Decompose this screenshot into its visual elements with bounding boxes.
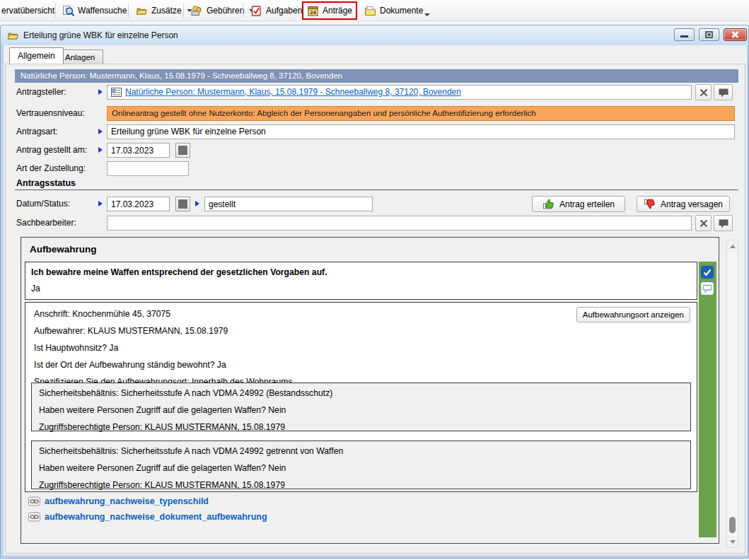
main-toolbar: ervatübersicht Waffensuche Zusätze <box>0 0 749 21</box>
datum-status-label: Datum/Status: <box>16 197 70 211</box>
antrag-gestellt-am-label: Antrag gestellt am: <box>16 143 87 158</box>
minimize-icon <box>680 32 689 38</box>
thumbs-up-icon <box>542 198 555 210</box>
restore-icon <box>705 31 713 38</box>
toolbar-item-reservatuebersicht[interactable]: ervatübersicht <box>0 1 57 20</box>
storage-approved-checkbox[interactable] <box>701 266 714 279</box>
documents-folder-icon <box>364 5 376 17</box>
storage-status-bar <box>699 262 716 537</box>
person-card-icon <box>111 88 122 97</box>
sachbearbeiter-input[interactable] <box>107 216 692 231</box>
application-screen: ervatübersicht Waffensuche Zusätze <box>0 0 749 560</box>
antragsteller-comment-button[interactable] <box>714 84 733 100</box>
antrag-erteilen-button[interactable]: Antrag erteilen <box>532 196 625 212</box>
status-date-picker-button[interactable] <box>175 197 190 211</box>
security-line: Haben weitere Personen Zugriff auf die g… <box>39 405 286 415</box>
art-der-zustellung-label: Art der Zustellung: <box>16 161 86 176</box>
comment-icon <box>718 88 729 98</box>
task-check-icon <box>250 5 262 17</box>
toolbar-item-aufgaben[interactable]: Aufgaben <box>248 1 305 20</box>
security-line: Sicherheitsbehältnis: Sicherheitsstufe A… <box>39 446 343 456</box>
storage-question: Ich bewahre meine Waffen entsprechend de… <box>31 267 327 277</box>
storage-details-box: Anschrift: Knochenmühle 45, 37075 Aufbew… <box>25 302 697 492</box>
fees-coins-icon <box>191 5 203 17</box>
search-icon <box>62 5 74 17</box>
window-body: Allgemein Anlagen Natürliche Person: Mus… <box>4 45 747 555</box>
storage-question-box: Ich bewahre meine Waffen entsprechend de… <box>25 262 697 300</box>
antrag-versagen-button[interactable]: Antrag versagen <box>637 196 730 212</box>
antragsteller-field[interactable]: Natürliche Person: Mustermann, Klaus, 15… <box>107 85 692 100</box>
scroll-down-button[interactable] <box>727 536 738 547</box>
close-button[interactable] <box>724 28 747 41</box>
antragsstatus-heading: Antragsstatus <box>16 178 76 188</box>
date-picker-button[interactable] <box>175 143 190 158</box>
tab-label: Anlagen <box>65 53 95 62</box>
toolbar-label: Zusätze <box>151 6 182 16</box>
toolbar-overflow-button[interactable] <box>420 6 433 24</box>
toolbar-label: ervatübersicht <box>1 6 54 16</box>
sachbearbeiter-label: Sachbearbeiter: <box>16 216 76 231</box>
comment-icon <box>718 218 729 228</box>
art-der-zustellung-input[interactable] <box>107 161 189 176</box>
svg-text:24: 24 <box>310 9 316 16</box>
antragsart-field[interactable]: Erteilung grüne WBK für einzelne Person <box>107 124 735 139</box>
section-divider <box>15 189 738 190</box>
security-line: Sicherheitsbehältnis: Sicherheitsstufe A… <box>39 388 332 398</box>
required-arrow-icon <box>98 147 103 153</box>
status-input[interactable] <box>204 197 373 211</box>
status-date-input[interactable] <box>107 197 170 211</box>
scrollbar-thumb[interactable] <box>729 517 736 533</box>
arrow-up-icon <box>730 245 736 248</box>
required-arrow-icon <box>98 201 103 206</box>
vertical-scrollbar[interactable] <box>726 240 738 548</box>
aufbewahrungsort-anzeigen-button[interactable]: Aufbewahrungsort anzeigen <box>576 307 690 322</box>
toolbar-label: Waffensuche <box>78 6 127 16</box>
clear-x-icon <box>699 88 708 97</box>
tab-anlagen[interactable]: Anlagen <box>57 49 103 64</box>
clear-antragsteller-button[interactable] <box>695 84 712 100</box>
checkmark-icon <box>703 269 712 276</box>
antrag-gestellt-am-input[interactable] <box>107 143 170 158</box>
storage-comment-button[interactable] <box>701 282 714 295</box>
speech-bubble-icon <box>702 284 712 293</box>
storage-detail-line: Ist der Ort der Aufbewahrung ständig bew… <box>34 360 226 370</box>
toolbar-item-antraege[interactable]: 24 Anträge <box>302 1 357 20</box>
toolbar-separator <box>128 3 129 18</box>
date-picker-icon <box>178 146 187 155</box>
toolbar-label: Dokumente <box>380 6 423 16</box>
toolbar-item-waffensuche[interactable]: Waffensuche <box>59 1 129 20</box>
toolbar-item-zusaetze[interactable]: Zusätze <box>133 1 195 20</box>
thumbs-down-icon <box>644 198 656 210</box>
clear-sachbearbeiter-button[interactable] <box>695 215 712 231</box>
aufbewahrung-title: Aufbewahrung <box>30 244 97 255</box>
attachment-link-icon <box>28 496 40 506</box>
window-titlebar[interactable]: Erteilung grüne WBK für einzelne Person <box>1 25 748 45</box>
attachment-link[interactable]: aufbewahrung_nachweise_typenschild <box>45 496 209 506</box>
window-title: Erteilung grüne WBK für einzelne Person <box>23 30 178 40</box>
sachbearbeiter-comment-button[interactable] <box>714 215 733 231</box>
application-window: Erteilung grüne WBK für einzelne Person … <box>0 25 749 559</box>
tab-page-allgemein: Natürliche Person: Mustermann, Klaus, 15… <box>5 64 745 554</box>
toolbar-label: Gebühren <box>207 6 244 16</box>
attachment-link[interactable]: aufbewahrung_nachweise_dokument_aufbewah… <box>45 512 267 522</box>
storage-detail-line: Anschrift: Knochenmühle 45, 37075 <box>34 309 170 319</box>
minimize-button[interactable] <box>674 28 695 41</box>
storage-detail-line: Ist Hauptwohnsitz? Ja <box>34 343 118 353</box>
toolbar-separator <box>183 3 184 18</box>
scroll-up-button[interactable] <box>727 240 738 252</box>
vertrauensniveau-label: Vertrauensniveau: <box>16 106 85 121</box>
attachment-row: aufbewahrung_nachweise_typenschild <box>28 496 209 506</box>
folder-open-icon <box>136 5 148 17</box>
clear-x-icon <box>699 219 708 228</box>
security-line: Haben weitere Personen Zugriff auf die g… <box>39 463 286 473</box>
required-arrow-icon <box>195 201 199 206</box>
attachment-link-icon <box>28 512 40 522</box>
storage-answer: Ja <box>31 284 40 293</box>
restore-button[interactable] <box>699 28 719 41</box>
button-label: Aufbewahrungsort anzeigen <box>583 310 684 319</box>
antragsteller-label: Antragsteller: <box>16 85 66 100</box>
toolbar-item-dokumente[interactable]: Dokumente <box>361 1 426 20</box>
antragsteller-link[interactable]: Natürliche Person: Mustermann, Klaus, 15… <box>125 86 461 99</box>
tab-allgemein[interactable]: Allgemein <box>9 47 64 64</box>
security-container-box: Sicherheitsbehältnis: Sicherheitsstufe A… <box>31 383 691 431</box>
